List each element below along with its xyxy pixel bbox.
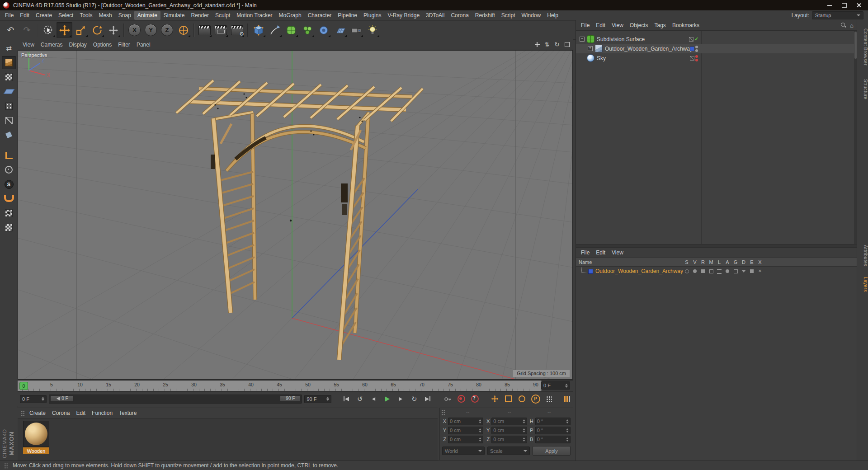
render-view-button[interactable] (197, 22, 212, 38)
spinner-icon[interactable] (564, 419, 569, 423)
pos-x-field[interactable]: 0 cm (448, 418, 483, 425)
quantize-button[interactable] (2, 221, 16, 234)
preview-range-slider[interactable]: 0 F 90 F (49, 395, 302, 404)
tab-structure[interactable]: Structure (857, 79, 868, 99)
size-z-field[interactable]: 0 cm (491, 436, 527, 443)
object-row-sky[interactable]: Sky (576, 53, 857, 63)
visibility-dots-icon[interactable] (695, 46, 698, 52)
minimize-button[interactable] (823, 1, 836, 9)
layer-color-icon[interactable] (690, 47, 694, 51)
add-spline-button[interactable] (267, 22, 283, 38)
apply-button[interactable]: Apply (533, 446, 571, 456)
key-pla-button[interactable] (543, 394, 555, 404)
xref-toggle-icon[interactable]: ✕ (758, 269, 762, 273)
om-menu-view[interactable]: View (609, 21, 627, 30)
spinner-icon[interactable] (521, 428, 525, 432)
x-axis-lock-button[interactable]: X (127, 22, 142, 38)
object-toggles[interactable] (687, 55, 701, 61)
range-start-field[interactable]: 0 F (20, 395, 47, 403)
mat-menu-edit[interactable]: Edit (73, 409, 89, 418)
workplane-mode-button[interactable] (2, 85, 16, 98)
spinner-icon[interactable] (563, 384, 568, 388)
menu-corona[interactable]: Corona (448, 11, 472, 20)
layer-toggle-icon[interactable] (689, 37, 693, 42)
size-y-field[interactable]: 0 cm (491, 427, 527, 434)
lp-menu-edit[interactable]: Edit (593, 248, 609, 257)
menu-redshift[interactable]: Redshift (472, 11, 498, 20)
material-item[interactable]: Wooden (23, 421, 49, 454)
om-menu-objects[interactable]: Objects (627, 21, 651, 30)
object-name[interactable]: Subdivision Surface (597, 36, 645, 42)
rotate-view-button[interactable]: ↻ (553, 41, 561, 48)
rot-h-field[interactable]: 0 ° (535, 418, 571, 425)
add-subdivision-surface-button[interactable] (283, 22, 299, 38)
current-frame-marker[interactable]: 0 (19, 382, 28, 390)
om-menu-bookmarks[interactable]: Bookmarks (669, 21, 703, 30)
rot-p-field[interactable]: 0 ° (535, 427, 571, 434)
viewport-menu-cameras[interactable]: Cameras (38, 40, 66, 49)
viewport-menu-filter[interactable]: Filter (115, 40, 133, 49)
menu-motion-tracker[interactable]: Motion Tracker (233, 11, 275, 20)
menu-help[interactable]: Help (544, 11, 561, 20)
tab-content-browser[interactable]: Content Browser (857, 28, 868, 66)
model-mode-button[interactable] (2, 56, 16, 69)
record-key-button[interactable] (442, 394, 453, 404)
viewport-menu-display[interactable]: Display (66, 40, 90, 49)
y-axis-lock-button[interactable]: Y (143, 22, 159, 38)
toggle-view-button[interactable] (563, 41, 571, 48)
menu-mograph[interactable]: MoGraph (276, 11, 305, 20)
menu-snap[interactable]: Snap (115, 11, 134, 20)
redo-button[interactable]: ↷ (19, 22, 35, 38)
object-row-subdivision-surface[interactable]: − Subdivision Surface ✓ (576, 34, 857, 44)
key-scale-button[interactable] (503, 394, 514, 404)
menu-mesh[interactable]: Mesh (95, 11, 115, 20)
add-deformer-button[interactable] (316, 22, 331, 38)
z-axis-lock-button[interactable]: Z (159, 22, 175, 38)
rotation-header[interactable]: -- (547, 409, 551, 415)
key-position-button[interactable] (489, 394, 500, 404)
maximize-button[interactable] (837, 1, 851, 9)
panel-splitter[interactable] (576, 244, 857, 248)
enabled-check-icon[interactable]: ✓ (694, 37, 698, 42)
menu-animate[interactable]: Animate (134, 11, 160, 20)
goto-end-button[interactable] (422, 394, 434, 404)
menu-select[interactable]: Select (55, 11, 76, 20)
position-header[interactable]: -- (466, 409, 469, 415)
home-icon[interactable]: ⌂ (850, 23, 854, 28)
object-toggles[interactable]: ✓ (687, 37, 701, 42)
enable-axis-button[interactable] (2, 149, 16, 162)
drag-handle-icon[interactable] (441, 409, 445, 415)
range-slider-end-handle[interactable]: 90 F (280, 395, 301, 402)
lp-menu-view[interactable]: View (609, 248, 627, 257)
spinner-icon[interactable] (521, 419, 525, 423)
render-toggle-icon[interactable] (701, 269, 705, 273)
materials-list[interactable]: Wooden (18, 418, 438, 461)
solo-toggle-icon[interactable] (685, 269, 689, 273)
material-thumbnail[interactable] (23, 421, 49, 447)
move-tool-button[interactable] (57, 22, 72, 38)
viewport-menu-view[interactable]: View (19, 40, 38, 49)
play-button[interactable] (382, 394, 393, 404)
coordinate-system-button[interactable] (175, 22, 191, 38)
expressions-toggle-icon[interactable] (750, 269, 754, 273)
render-settings-button[interactable] (229, 22, 245, 38)
animation-toggle-icon[interactable] (726, 269, 729, 273)
add-camera-button[interactable] (348, 22, 364, 38)
pos-z-field[interactable]: 0 cm (448, 436, 483, 443)
mat-menu-create[interactable]: Create (26, 409, 49, 418)
menu-pipeline[interactable]: Pipeline (335, 11, 360, 20)
zoom-view-button[interactable]: ⇅ (543, 41, 551, 48)
next-frame-button[interactable] (395, 394, 406, 404)
spinner-icon[interactable] (564, 437, 569, 442)
menu-file[interactable]: File (2, 11, 17, 20)
mat-menu-texture[interactable]: Texture (116, 409, 140, 418)
undo-button[interactable]: ↶ (3, 22, 19, 38)
menu-character[interactable]: Character (305, 11, 335, 20)
menu-edit[interactable]: Edit (17, 11, 33, 20)
pos-y-field[interactable]: 0 cm (448, 427, 483, 434)
mat-menu-corona[interactable]: Corona (49, 409, 73, 418)
om-menu-edit[interactable]: Edit (593, 21, 609, 30)
layer-toggle-icon[interactable] (690, 56, 694, 61)
layout-dropdown[interactable]: Startup (812, 11, 863, 19)
size-header[interactable]: -- (508, 409, 511, 415)
